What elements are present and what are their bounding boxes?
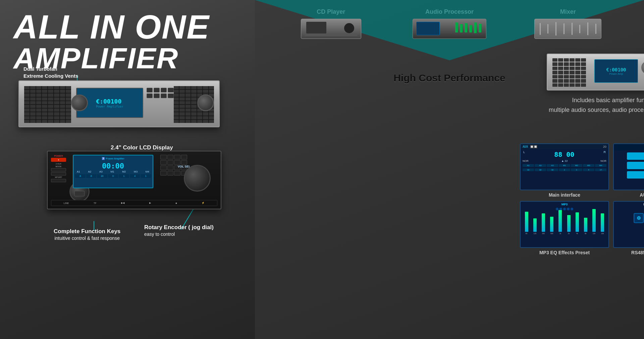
annotation-rotary: Rotary Encoder ( jog dial) easy to contr… (144, 224, 214, 237)
annotation-function-keys: Complete Function Keys intuitive control… (54, 228, 120, 241)
sound-source-title: SOUND SOURCE (614, 144, 644, 150)
closeup-usb (74, 191, 85, 196)
display-grid-bottom: MP3 60 125 250 500 1k 2k (510, 201, 644, 255)
aux-mp3-mic-screen: SOUND SOURCE AUX MP3 MIC (613, 143, 644, 190)
amplifier-body: €:00100 Power Amplifier (18, 80, 220, 127)
high-cost-title: High Cost Performance (255, 72, 644, 84)
interface-display-title: Interface Display (510, 121, 644, 137)
rs485-btn-1[interactable]: ⚙ (634, 213, 644, 223)
product-amplifier-image: €:00100 Power Amp (547, 54, 644, 90)
rs485-buttons: ⚙ ⚙ ⚙ | (614, 211, 644, 225)
rs485-title: REMOTE CONTROL (614, 202, 644, 207)
display-grid-top: AUX 🔲🔲 20 L 88 00 R NOR ▲ 22 NOR A1 (510, 143, 644, 198)
right-panel: CD Player Audio Processor (255, 0, 644, 339)
mp3-eq-bars: 60 125 250 500 1k 2k 4k 8k 12k 16k (521, 211, 608, 234)
mp3-button[interactable]: MP3 (627, 162, 644, 169)
mp3-eq-title: MP3 (521, 202, 608, 207)
rs485-screen: REMOTE CONTROL RS485 ADDRESS ⚙ ⚙ ⚙ | 1 2… (613, 201, 644, 248)
main-interface-caption: Main interface (520, 192, 609, 198)
interface-display-section: Interface Display AUX 🔲🔲 20 L 88 00 R (510, 121, 644, 259)
closeup-screen: ♿ Power Amplifier 00:00 A1 A2 A3 M1 M2 M… (73, 155, 153, 188)
display-main-interface: AUX 🔲🔲 20 L 88 00 R NOR ▲ 22 NOR A1 (520, 143, 609, 198)
closeup-display-area: POWER ● 2 AUX MODE MP3/BT ♿ Power Amplif… (47, 151, 221, 209)
cd-player-image (301, 19, 361, 39)
audio-processor-image (413, 19, 486, 39)
mixer-image (534, 19, 601, 39)
aux-mp3-mic-caption: AUX / MP3 / MIC (613, 192, 644, 198)
mp3-eq-screen: MP3 60 125 250 500 1k 2k (520, 201, 609, 248)
annotation-dual-turbofan: Dual Turbofan Extreme Cooling Vents (23, 65, 78, 79)
mp3-eq-caption: MP3 EQ Effects Preset (520, 250, 609, 255)
rs485-caption: RS485 (Central Control) (613, 250, 644, 255)
product-description: Includes basic amplifier functions, mult… (523, 95, 644, 115)
closeup-volume-knob[interactable] (184, 165, 211, 192)
rs485-numbers: 1 2 3 4 (614, 225, 644, 229)
high-cost-section: High Cost Performance (255, 72, 644, 84)
display-mp3-eq: MP3 60 125 250 500 1k 2k (520, 201, 609, 255)
amp-knob-right[interactable] (197, 94, 214, 111)
left-panel: ALL IN ONE Amplifier Dual Turbofan Extre… (0, 0, 255, 339)
aux-button[interactable]: AUX (627, 152, 644, 160)
main-interface-screen: AUX 🔲🔲 20 L 88 00 R NOR ▲ 22 NOR A1 (520, 143, 609, 190)
amp-knob-left[interactable] (71, 94, 88, 111)
annotation-lcd: 2.4" Color LCD Display (111, 144, 173, 151)
display-rs485: REMOTE CONTROL RS485 ADDRESS ⚙ ⚙ ⚙ | 1 2… (613, 201, 644, 255)
rs485-subtitle: RS485 ADDRESS (614, 207, 644, 211)
display-aux-mp3-mic: SOUND SOURCE AUX MP3 MIC AUX / MP3 / MIC (613, 143, 644, 198)
amplifier-image: €:00100 Power Amplifier (18, 80, 233, 147)
amp-vent-left (24, 86, 71, 123)
mic-button[interactable]: MIC (627, 171, 644, 179)
title-all-in-one: ALL IN ONE (13, 10, 241, 44)
